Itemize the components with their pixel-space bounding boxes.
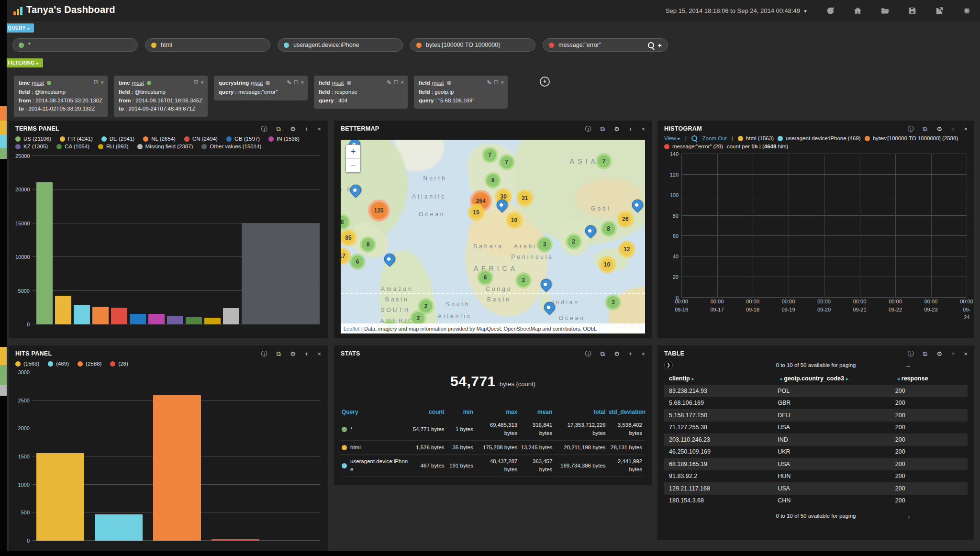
checked-icon[interactable]: ☑ <box>94 78 99 87</box>
filter-box-field-4[interactable]: fieldmust✎☐×field : geoip.ipquery : "5.6… <box>414 76 508 109</box>
share-icon[interactable] <box>935 6 944 15</box>
legend-item[interactable]: KZ (1305) <box>15 144 48 149</box>
map-pin-marker[interactable] <box>497 200 508 211</box>
gear-icon[interactable]: ⚙ <box>614 126 620 132</box>
terms-bar-FR[interactable] <box>55 296 71 324</box>
close-icon[interactable]: × <box>641 126 645 132</box>
map-cluster-marker[interactable]: 6 <box>477 269 493 286</box>
map-pin-marker[interactable] <box>585 225 596 236</box>
table-row[interactable]: 68.189.165.19USA200 <box>664 458 968 470</box>
query-color-dot[interactable] <box>151 43 156 48</box>
plus-icon[interactable]: + <box>305 126 309 132</box>
legend-item[interactable]: CA (1054) <box>56 144 89 149</box>
view-menu[interactable]: View ▸ <box>664 135 680 142</box>
query-pill-1[interactable]: html <box>145 38 270 52</box>
plus-icon[interactable]: + <box>951 126 955 132</box>
table-row[interactable]: 71.127.255.38USA200 <box>664 422 968 434</box>
map-cluster-marker[interactable]: 8 <box>601 221 617 237</box>
legend-item[interactable]: message:"error" (28) <box>664 144 723 149</box>
terms-bar-GB[interactable] <box>130 314 146 324</box>
map-cluster-marker[interactable]: 7 <box>596 153 612 169</box>
settings-gear-icon[interactable] <box>962 6 971 15</box>
legend-item[interactable]: CN (2494) <box>184 136 218 142</box>
filter-box-time-1[interactable]: timemust☑×field : @timestampfrom : 2014-… <box>114 76 208 117</box>
query-input[interactable]: * <box>28 42 31 48</box>
terms-bar-CA[interactable] <box>186 317 202 324</box>
table-row[interactable]: 5.68.106.169GBR200 <box>664 397 968 410</box>
query-color-dot[interactable] <box>19 43 24 48</box>
hits-bar-0[interactable] <box>36 453 84 541</box>
close-icon[interactable]: × <box>501 78 504 87</box>
refresh-icon[interactable] <box>826 6 835 15</box>
legend-item[interactable]: GB (1597) <box>226 136 260 142</box>
legend-item[interactable]: useragent.device:iPhone (469) <box>778 135 861 141</box>
column-clientip[interactable]: clientip▸ <box>669 375 778 382</box>
gear-icon[interactable]: ⚙ <box>614 351 620 357</box>
plus-icon[interactable]: + <box>629 351 633 357</box>
map-pin-marker[interactable] <box>541 279 552 290</box>
edit-icon[interactable]: ✎ <box>287 78 291 87</box>
map-cluster-marker[interactable]: 2 <box>566 234 582 250</box>
query-input[interactable]: useragent.device:iPhone <box>293 42 359 48</box>
table-row[interactable]: 203.110.246.23IND200 <box>664 434 968 446</box>
table-row[interactable]: 5.158.177.150DEU200 <box>664 409 968 422</box>
query-pill-2[interactable]: useragent.device:iPhone <box>278 38 403 52</box>
gear-icon[interactable]: ⚙ <box>290 351 296 357</box>
info-icon[interactable]: ⓘ <box>908 126 914 132</box>
close-icon[interactable]: × <box>401 78 404 87</box>
duplicate-icon[interactable]: ⧉ <box>277 126 281 132</box>
close-icon[interactable]: × <box>964 126 968 132</box>
terms-bar-IN[interactable] <box>148 314 165 324</box>
info-icon[interactable]: ⓘ <box>908 351 914 357</box>
legend-item[interactable]: (1563) <box>15 361 39 367</box>
legend-item[interactable]: Missing field (2387) <box>137 144 193 149</box>
duplicate-icon[interactable]: ⧉ <box>601 351 605 357</box>
plus-icon[interactable]: + <box>305 351 309 357</box>
table-row[interactable]: 91.83.92.2HUN200 <box>664 470 968 483</box>
query-pill-4[interactable]: message:"error"+ <box>543 38 668 52</box>
time-picker[interactable]: Sep 15, 2014 18:18:06 to Sep 24, 2014 00… <box>666 7 808 14</box>
plus-icon[interactable]: + <box>951 351 955 357</box>
query-input[interactable]: bytes:[100000 TO 1000000] <box>426 42 500 48</box>
hits-bar-1[interactable] <box>95 514 143 541</box>
legend-item[interactable]: bytes:[100000 TO 1000000] (2588) <box>865 135 958 141</box>
map-cluster-marker[interactable]: 15 <box>468 204 485 221</box>
query-pill-3[interactable]: bytes:[100000 TO 1000000] <box>410 38 535 52</box>
map-cluster-marker[interactable]: 8 <box>360 236 376 253</box>
edit-icon[interactable]: ✎ <box>487 78 491 87</box>
paging-next-icon[interactable]: → <box>904 512 911 520</box>
box-icon[interactable]: ☐ <box>494 78 499 87</box>
box-icon[interactable]: ☐ <box>294 78 299 87</box>
close-icon[interactable]: × <box>641 351 645 357</box>
legend-item[interactable]: (2588) <box>78 361 101 367</box>
add-query-icon[interactable]: + <box>657 42 662 49</box>
leaflet-link[interactable]: Leaflet <box>344 326 359 332</box>
legend-item[interactable]: (469) <box>48 361 69 367</box>
box-icon[interactable]: ☐ <box>394 78 399 87</box>
legend-item[interactable]: US (21106) <box>15 136 51 142</box>
map-cluster-marker[interactable]: 10 <box>506 211 523 229</box>
terms-bar-NL[interactable] <box>92 307 109 324</box>
map-pin-marker[interactable] <box>350 185 361 196</box>
legend-item[interactable]: NL (2654) <box>143 136 176 142</box>
gear-icon[interactable]: ⚙ <box>936 351 942 357</box>
close-icon[interactable]: × <box>964 351 968 357</box>
query-input[interactable]: html <box>161 42 172 48</box>
edit-icon[interactable]: ✎ <box>387 78 391 87</box>
map-cluster-marker[interactable]: 26 <box>617 211 634 228</box>
save-icon[interactable] <box>908 6 917 15</box>
hits-bar-3[interactable] <box>212 539 259 541</box>
hits-bar-2[interactable] <box>153 395 201 541</box>
filter-box-time-0[interactable]: timemust☑×field : @timestampfrom : 2014-… <box>14 76 108 117</box>
filter-box-querystring-2[interactable]: querystringmust✎☐×query : message:"error… <box>214 76 308 100</box>
info-icon[interactable]: ⓘ <box>585 126 591 132</box>
gear-icon[interactable]: ⚙ <box>936 126 942 132</box>
column-response[interactable]: ◂response <box>895 375 963 382</box>
terms-bar-US[interactable] <box>36 182 53 324</box>
query-pill-0[interactable]: * <box>12 38 138 52</box>
filtering-toggle-button[interactable]: FILTERING▸ <box>3 58 43 67</box>
query-color-dot[interactable] <box>549 43 554 48</box>
close-icon[interactable]: × <box>101 78 104 87</box>
plus-icon[interactable]: + <box>629 126 633 132</box>
checked-icon[interactable]: ☑ <box>194 78 199 87</box>
